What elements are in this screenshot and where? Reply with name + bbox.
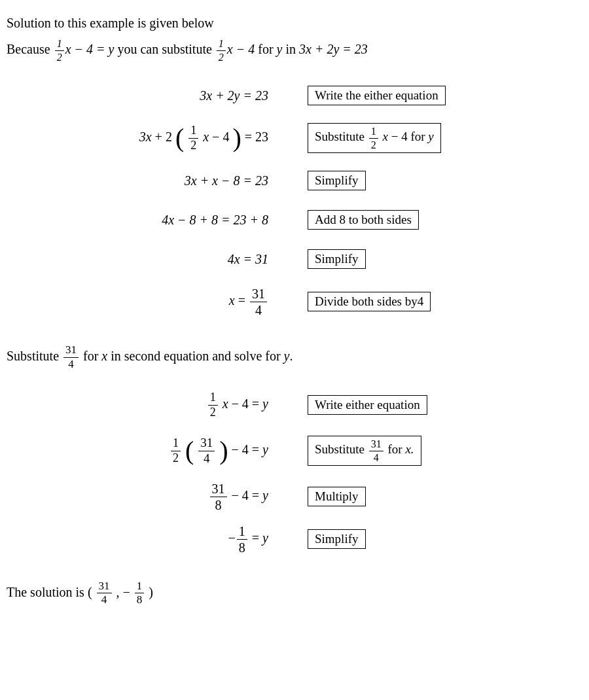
eq-math-2: 3x + 2 ( 12 x − 4 ) = 23 bbox=[7, 124, 308, 152]
eq-row-1: 3x + 2y = 23 Write the either equation bbox=[7, 76, 582, 115]
eq-math-6: x = 314 bbox=[7, 287, 308, 317]
eq-label-2: Substitute 12 x − 4 for y bbox=[308, 123, 582, 153]
eq-label-5: Simplify bbox=[308, 249, 582, 269]
eq2-row-3: 318 − 4 = y Multiply bbox=[7, 476, 582, 518]
eq-math-3: 3x + x − 8 = 23 bbox=[7, 173, 308, 188]
eq-label-6: Divide both sides by4 bbox=[308, 292, 582, 311]
step-label-6: Divide both sides by4 bbox=[308, 292, 431, 311]
eq-row-5: 4x = 31 Simplify bbox=[7, 239, 582, 279]
step-label-1: Write the either equation bbox=[308, 86, 446, 105]
step-label2-3: Multiply bbox=[308, 487, 366, 506]
eq2-label-2: Substitute 314 for x. bbox=[308, 436, 582, 466]
eq-label-1: Write the either equation bbox=[308, 86, 582, 105]
eq-row-6: x = 314 Divide both sides by4 bbox=[7, 279, 582, 324]
step-label-5: Simplify bbox=[308, 249, 366, 269]
eq2-math-2: 12 ( 314 ) − 4 = y bbox=[7, 436, 308, 466]
eq2-math-4: −18 = y bbox=[7, 524, 308, 555]
eq-label-3: Simplify bbox=[308, 171, 582, 190]
intro-line2: Because 12x − 4 = y you can substitute 1… bbox=[7, 38, 582, 63]
eq-math-4: 4x − 8 + 8 = 23 + 8 bbox=[7, 213, 308, 228]
section2-equations: 12 x − 4 = y Write either equation 12 ( … bbox=[7, 384, 582, 561]
step-label2-4: Simplify bbox=[308, 529, 366, 549]
eq2-math-3: 318 − 4 = y bbox=[7, 481, 308, 512]
intro-line1: Solution to this example is given below bbox=[7, 13, 582, 33]
eq2-row-4: −18 = y Simplify bbox=[7, 518, 582, 561]
step-label-3: Simplify bbox=[308, 171, 366, 190]
eq-math-5: 4x = 31 bbox=[7, 252, 308, 267]
eq-label-4: Add 8 to both sides bbox=[308, 210, 582, 230]
step-label-2: Substitute 12 x − 4 for y bbox=[308, 123, 441, 153]
eq2-label-1: Write either equation bbox=[308, 395, 582, 415]
step-label2-1: Write either equation bbox=[308, 395, 427, 415]
conclusion: The solution is ( 314 , − 18 ) bbox=[7, 580, 582, 606]
eq2-label-4: Simplify bbox=[308, 529, 582, 549]
eq2-row-2: 12 ( 314 ) − 4 = y Substitute 314 for x. bbox=[7, 427, 582, 476]
eq2-row-1: 12 x − 4 = y Write either equation bbox=[7, 384, 582, 427]
eq2-label-3: Multiply bbox=[308, 487, 582, 506]
eq-row-2: 3x + 2 ( 12 x − 4 ) = 23 Substitute 12 x… bbox=[7, 115, 582, 161]
step-label-4: Add 8 to both sides bbox=[308, 210, 419, 230]
eq-row-3: 3x + x − 8 = 23 Simplify bbox=[7, 161, 582, 200]
section2-intro: Substitute 314 for x in second equation … bbox=[7, 344, 582, 370]
section1-equations: 3x + 2y = 23 Write the either equation 3… bbox=[7, 76, 582, 324]
eq-math-1: 3x + 2y = 23 bbox=[7, 88, 308, 103]
eq-row-4: 4x − 8 + 8 = 23 + 8 Add 8 to both sides bbox=[7, 200, 582, 239]
step-label2-2: Substitute 314 for x. bbox=[308, 436, 421, 466]
eq2-math-1: 12 x − 4 = y bbox=[7, 391, 308, 419]
